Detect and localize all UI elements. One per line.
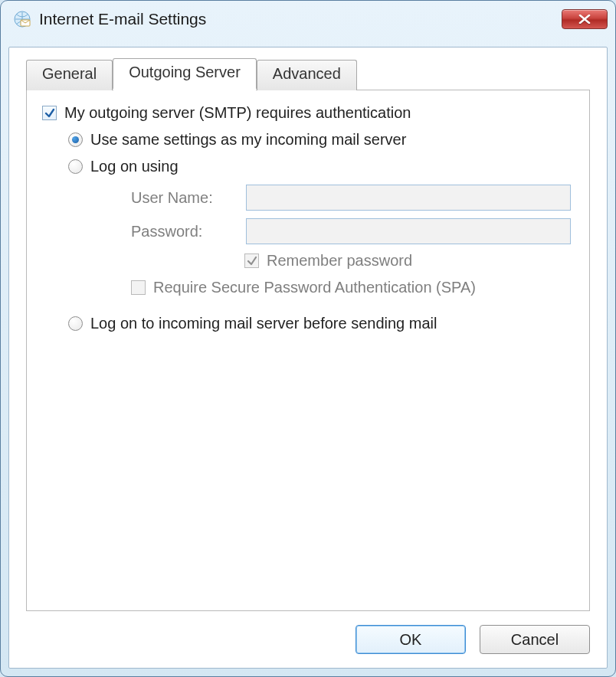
- remember-row: Remember password: [244, 252, 574, 270]
- close-button[interactable]: [562, 9, 608, 29]
- tab-general[interactable]: General: [26, 60, 113, 90]
- password-row: Password:: [131, 218, 571, 244]
- radio-log-on-using[interactable]: [68, 159, 83, 174]
- outgoing-server-panel: My outgoing server (SMTP) requires authe…: [26, 90, 590, 611]
- title-left: Internet E-mail Settings: [13, 10, 206, 28]
- username-input[interactable]: [246, 185, 571, 211]
- radio-log-on-before-send[interactable]: [68, 316, 83, 331]
- option-logon-row: Log on using: [68, 158, 574, 175]
- username-row: User Name:: [131, 185, 571, 211]
- remember-password-label: Remember password: [267, 252, 412, 270]
- dialog-content: General Outgoing Server Advanced My outg…: [8, 47, 608, 669]
- option-same-row: Use same settings as my incoming mail se…: [68, 131, 574, 149]
- remember-password-checkbox[interactable]: [244, 253, 259, 268]
- title-bar: Internet E-mail Settings: [1, 1, 615, 38]
- requires-auth-label: My outgoing server (SMTP) requires authe…: [64, 104, 411, 122]
- username-label: User Name:: [131, 189, 246, 207]
- spa-row: Require Secure Password Authentication (…: [131, 279, 574, 296]
- option-logon-label: Log on using: [90, 158, 179, 175]
- cancel-button[interactable]: Cancel: [480, 625, 590, 654]
- tabs: General Outgoing Server Advanced: [26, 58, 607, 89]
- dialog-window: Internet E-mail Settings General Outgoin…: [0, 0, 616, 677]
- close-icon: [578, 11, 591, 28]
- password-label: Password:: [131, 223, 246, 240]
- option-logon-before-row: Log on to incoming mail server before se…: [68, 315, 574, 332]
- globe-mail-icon: [13, 10, 31, 28]
- radio-use-same-settings[interactable]: [68, 132, 83, 147]
- spa-checkbox[interactable]: [131, 280, 146, 295]
- tab-advanced[interactable]: Advanced: [257, 60, 357, 90]
- password-input[interactable]: [246, 218, 571, 244]
- window-title: Internet E-mail Settings: [39, 10, 206, 28]
- ok-button[interactable]: OK: [356, 625, 466, 654]
- tab-outgoing-server[interactable]: Outgoing Server: [113, 58, 257, 89]
- spa-label: Require Secure Password Authentication (…: [153, 279, 476, 296]
- option-same-label: Use same settings as my incoming mail se…: [90, 131, 406, 149]
- dialog-footer: OK Cancel: [356, 625, 590, 654]
- requires-auth-row: My outgoing server (SMTP) requires authe…: [42, 104, 574, 122]
- requires-auth-checkbox[interactable]: [42, 106, 57, 120]
- option-logon-before-label: Log on to incoming mail server before se…: [90, 315, 437, 332]
